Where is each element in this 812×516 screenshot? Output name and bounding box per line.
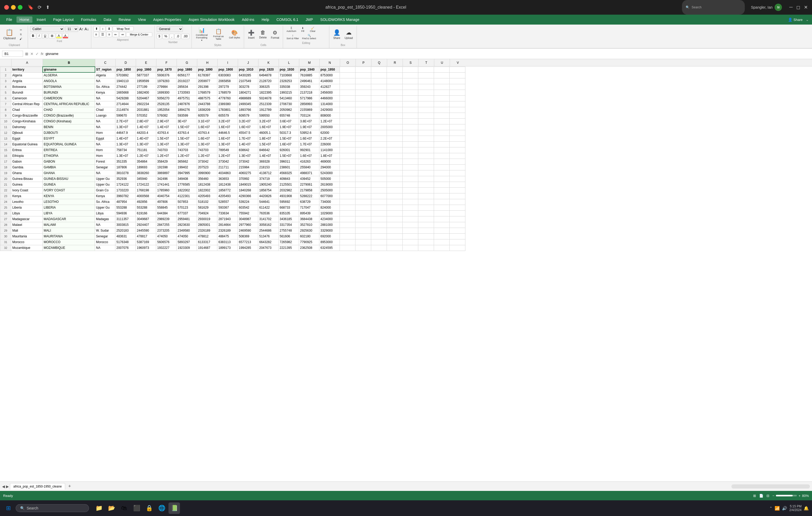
cell-H4[interactable]: 291398	[197, 84, 218, 90]
cell-V14[interactable]	[450, 142, 465, 147]
cell-G27[interactable]: 2959481	[177, 216, 197, 222]
cell-R7[interactable]	[387, 101, 403, 107]
cell-T14[interactable]	[418, 142, 434, 147]
cell-B19[interactable]: GHANA	[42, 170, 95, 176]
cell-G28[interactable]: 2823630	[177, 222, 197, 228]
cell-J9[interactable]: 609579	[238, 113, 258, 118]
cell-V4[interactable]	[450, 84, 465, 90]
cell-D22[interactable]: 1733220	[115, 187, 136, 193]
cell-D18[interactable]: 187806	[115, 164, 136, 170]
cell-P6[interactable]	[355, 95, 371, 101]
cell-N22[interactable]: 2505000	[319, 187, 340, 193]
cell-G19[interactable]: 3947995	[177, 170, 197, 176]
cell-K9[interactable]: 599550	[258, 113, 279, 118]
cell-F9[interactable]: 576082	[156, 113, 177, 118]
cell-A18[interactable]: Gambia	[11, 164, 42, 170]
cell-J25[interactable]: 603542	[238, 205, 258, 210]
cell-K14[interactable]: 1.5E+07	[258, 142, 279, 147]
cell-S17[interactable]	[403, 159, 418, 164]
cell-K32[interactable]: 2047673	[258, 245, 279, 251]
taskbar-folder[interactable]: 📂	[106, 503, 117, 514]
scroll-left-icon[interactable]: ◀	[2, 484, 5, 489]
format-cells-button[interactable]: ⚙ Format	[269, 26, 281, 42]
cell-R23[interactable]	[387, 193, 403, 199]
window-restore-icon[interactable]: ◻	[796, 4, 800, 10]
cell-U1[interactable]	[434, 67, 450, 72]
cell-S12[interactable]	[403, 130, 418, 136]
cell-R32[interactable]	[387, 245, 403, 251]
cell-M2[interactable]: 7616885	[299, 72, 319, 78]
cell-E21[interactable]: 1724122	[136, 182, 156, 187]
find-select-button[interactable]: 🔍 Find & Select	[301, 33, 318, 40]
cell-T9[interactable]	[418, 113, 434, 118]
cell-M15[interactable]: 992901	[299, 147, 319, 153]
cell-M27[interactable]: 3684438	[299, 216, 319, 222]
cell-K19[interactable]: 4138712	[258, 170, 279, 176]
cell-S19[interactable]	[403, 170, 418, 176]
col-header-V[interactable]: V	[450, 59, 466, 66]
cell-O13[interactable]	[340, 136, 355, 142]
cell-S24[interactable]	[403, 199, 418, 205]
menu-add-ins[interactable]: Add-ins	[239, 17, 257, 23]
insert-cells-button[interactable]: ➕ Insert	[246, 26, 257, 42]
comma-button[interactable]: ,	[170, 34, 174, 39]
col-header-P[interactable]: P	[356, 59, 372, 66]
clock-area[interactable]: 5:15 PM 2/4/2024	[789, 505, 802, 512]
cell-V30[interactable]	[450, 234, 465, 239]
cell-T2[interactable]	[418, 72, 434, 78]
cell-G2[interactable]: 6056177	[177, 72, 197, 78]
cell-C14[interactable]: NA	[95, 142, 115, 147]
cell-D12[interactable]: 44647.9	[115, 130, 136, 136]
cell-R8[interactable]	[387, 107, 403, 113]
cell-F30[interactable]: 474050	[156, 234, 177, 239]
cell-O22[interactable]	[340, 187, 355, 193]
col-header-H[interactable]: H	[197, 59, 218, 66]
font-size-select[interactable]: 11	[65, 26, 78, 32]
cell-P15[interactable]	[355, 147, 371, 153]
toolbar-icon-refresh[interactable]: ⟳	[38, 4, 41, 10]
cell-P19[interactable]	[355, 170, 371, 176]
cell-K11[interactable]: 1.6E+07	[258, 124, 279, 130]
close-window-button[interactable]	[4, 5, 9, 10]
cell-U19[interactable]	[434, 170, 450, 176]
cell-L11[interactable]: 1.9E+07	[279, 124, 299, 130]
cell-M26[interactable]: 895439	[299, 210, 319, 216]
cell-E20[interactable]: 345940	[136, 176, 156, 182]
cell-R17[interactable]	[387, 159, 403, 164]
cut-button[interactable]: ✂	[16, 28, 26, 32]
cell-U7[interactable]	[434, 101, 450, 107]
cell-B21[interactable]: GUINEA	[42, 182, 95, 187]
cell-D28[interactable]: 3003815	[115, 222, 136, 228]
sheet-tab-active[interactable]: africa_pop_est_1850-1950_cleane	[10, 483, 65, 490]
cell-M29[interactable]: 2925630	[299, 228, 319, 234]
cell-F20[interactable]: 342496	[156, 176, 177, 182]
cell-M28[interactable]: 3527810	[299, 222, 319, 228]
cell-G13[interactable]: 1.5E+07	[177, 136, 197, 142]
cell-K27[interactable]: 3141702	[258, 216, 279, 222]
cell-P13[interactable]	[355, 136, 371, 142]
cell-F32[interactable]: 1932227	[156, 245, 177, 251]
cell-T8[interactable]	[418, 107, 434, 113]
cell-F12[interactable]: 43763.4	[156, 130, 177, 136]
cell-N11[interactable]: 2005000	[319, 124, 340, 130]
cell-V31[interactable]	[450, 239, 465, 245]
cell-H28[interactable]: 2805001	[197, 222, 218, 228]
cell-R2[interactable]	[387, 72, 403, 78]
cell-M23[interactable]: 5288222	[299, 193, 319, 199]
cell-E4[interactable]: 277199	[136, 84, 156, 90]
cell-E26[interactable]: 619166	[136, 210, 156, 216]
cell-M3[interactable]: 2496461	[299, 78, 319, 84]
cell-J18[interactable]: 215984	[238, 164, 258, 170]
cell-T1[interactable]	[418, 67, 434, 72]
cell-R16[interactable]	[387, 153, 403, 159]
cell-S13[interactable]	[403, 136, 418, 142]
underline-button[interactable]: U	[42, 33, 48, 38]
cell-J19[interactable]: 4060275	[238, 170, 258, 176]
cell-H20[interactable]: 356460	[197, 176, 218, 182]
cell-I32[interactable]: 1899173	[218, 245, 238, 251]
cell-K25[interactable]: 611422	[258, 205, 279, 210]
cell-E24[interactable]: 492856	[136, 199, 156, 205]
cell-Q27[interactable]	[371, 216, 387, 222]
page-break-view-icon[interactable]: ⊟	[766, 494, 770, 498]
cell-O6[interactable]	[340, 95, 355, 101]
